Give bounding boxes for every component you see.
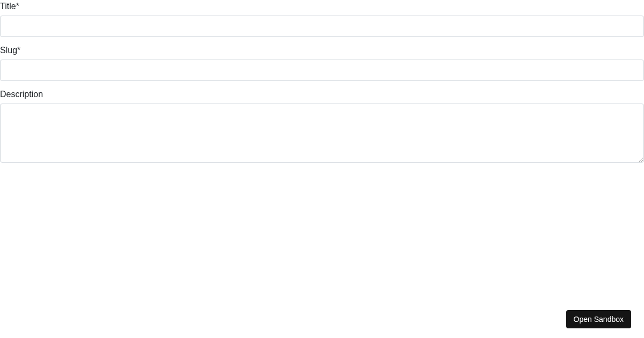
slug-label: Slug*	[0, 46, 644, 55]
description-group: Description	[0, 90, 644, 165]
description-label: Description	[0, 90, 644, 99]
slug-input[interactable]	[0, 60, 644, 81]
description-textarea[interactable]	[0, 104, 644, 163]
title-group: Title*	[0, 2, 644, 37]
slug-group: Slug*	[0, 46, 644, 81]
open-sandbox-button[interactable]: Open Sandbox	[566, 310, 631, 328]
form-container: Title* Slug* Description	[0, 0, 644, 165]
title-input[interactable]	[0, 16, 644, 37]
title-label: Title*	[0, 2, 644, 11]
